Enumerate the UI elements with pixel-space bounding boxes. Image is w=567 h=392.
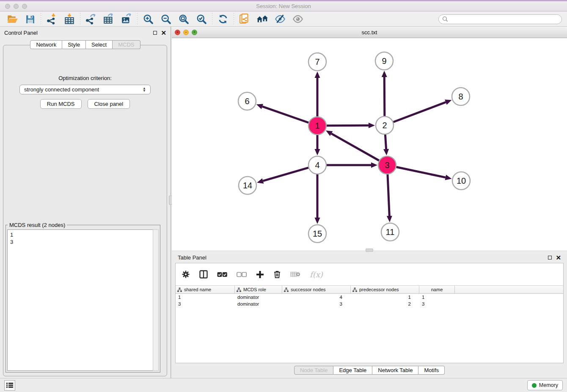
graph-edge[interactable] bbox=[385, 135, 386, 149]
network-zoom-button[interactable]: + bbox=[192, 30, 197, 35]
memory-label: Memory bbox=[539, 382, 558, 388]
horizontal-split-handle[interactable] bbox=[366, 248, 373, 252]
tab-edge-table[interactable]: Edge Table bbox=[333, 366, 372, 375]
zoom-in-icon[interactable] bbox=[139, 12, 157, 26]
cell-shared-name[interactable]: 3 bbox=[176, 301, 235, 307]
column-header-successor-nodes[interactable]: successor nodes bbox=[282, 286, 351, 293]
table-panel-title: Table Panel bbox=[178, 254, 206, 261]
network-minimize-button[interactable]: − bbox=[183, 30, 189, 35]
graph-edge-arrowhead bbox=[369, 123, 375, 128]
mcds-result-item[interactable]: 1 bbox=[10, 231, 150, 238]
new-network-from-selection-icon[interactable] bbox=[236, 12, 253, 26]
hide-selected-icon[interactable] bbox=[271, 12, 289, 26]
toolbar-separator bbox=[137, 13, 138, 25]
tab-select[interactable]: Select bbox=[86, 40, 113, 49]
control-panel: Control Panel ✕ Network Style Select MCD… bbox=[0, 27, 171, 378]
cell-predecessor-nodes[interactable]: 1 bbox=[351, 294, 419, 301]
optimization-criterion-label: Optimization criterion: bbox=[3, 75, 167, 81]
column-layout-icon[interactable] bbox=[199, 270, 208, 279]
first-neighbors-icon[interactable] bbox=[253, 12, 271, 26]
tab-node-table[interactable]: Node Table bbox=[294, 366, 334, 375]
memory-button[interactable]: Memory bbox=[527, 380, 563, 390]
close-table-panel-icon[interactable]: ✕ bbox=[556, 256, 561, 259]
zoom-fit-icon[interactable] bbox=[175, 12, 193, 26]
export-table-icon[interactable] bbox=[100, 12, 118, 26]
cell-name[interactable]: 1 bbox=[419, 294, 455, 301]
mcds-result-box: MCDS result (2 nodes) 1 3 bbox=[6, 225, 160, 373]
show-all-icon[interactable] bbox=[289, 12, 307, 26]
graph-edge[interactable] bbox=[396, 167, 446, 178]
run-mcds-button[interactable]: Run MCDS bbox=[40, 99, 82, 109]
close-panel-icon[interactable]: ✕ bbox=[161, 31, 166, 35]
graph-edge-arrowhead bbox=[315, 72, 320, 78]
graph-edge-arrowhead bbox=[315, 149, 320, 155]
mcds-result-item[interactable]: 3 bbox=[10, 238, 150, 246]
minimize-window-button[interactable] bbox=[14, 4, 19, 9]
window-controls[interactable] bbox=[5, 4, 27, 9]
select-all-columns-icon[interactable] bbox=[217, 272, 227, 277]
column-header-predecessor-nodes[interactable]: predecessor nodes bbox=[351, 286, 419, 293]
float-table-panel-icon[interactable] bbox=[548, 256, 552, 259]
tab-network[interactable]: Network bbox=[30, 40, 62, 49]
save-session-icon[interactable] bbox=[21, 12, 39, 26]
network-canvas[interactable]: 7968124314101511 bbox=[172, 38, 567, 251]
mcds-result-list[interactable]: 1 3 bbox=[7, 229, 153, 371]
result-scrollbar[interactable] bbox=[153, 229, 159, 371]
cell-successor-nodes[interactable]: 3 bbox=[282, 301, 351, 307]
column-header-mcds-role[interactable]: MCDS role bbox=[235, 286, 282, 293]
column-header-shared-name[interactable]: shared name bbox=[176, 286, 235, 293]
cell-mcds-role[interactable]: dominator bbox=[235, 294, 282, 301]
network-window-titlebar[interactable]: × − + scc.txt bbox=[172, 27, 567, 38]
cell-shared-name[interactable]: 1 bbox=[176, 294, 235, 301]
export-network-icon[interactable] bbox=[82, 12, 100, 26]
add-row-icon[interactable] bbox=[256, 271, 264, 279]
network-close-button[interactable]: × bbox=[175, 30, 180, 35]
node-table: shared name MCDS role successor nodes pr… bbox=[176, 285, 563, 307]
cell-successor-nodes[interactable]: 4 bbox=[282, 294, 351, 301]
table-panel: Table Panel ✕ bbox=[172, 252, 567, 378]
graph-node-label: 11 bbox=[386, 227, 395, 237]
graph-edge[interactable] bbox=[384, 77, 385, 116]
close-window-button[interactable] bbox=[5, 4, 10, 9]
zoom-out-icon[interactable] bbox=[157, 12, 175, 26]
tab-network-table[interactable]: Network Table bbox=[372, 366, 418, 375]
task-history-button[interactable] bbox=[4, 380, 15, 391]
cell-name[interactable]: 3 bbox=[419, 301, 455, 307]
float-panel-icon[interactable] bbox=[153, 31, 157, 35]
graph-edge[interactable] bbox=[388, 174, 389, 216]
cell-mcds-role[interactable]: dominator bbox=[235, 301, 282, 307]
delete-row-icon[interactable] bbox=[273, 270, 281, 279]
graph-edge-arrowhead bbox=[257, 178, 264, 183]
import-network-icon[interactable] bbox=[43, 12, 61, 26]
delete-column-icon[interactable] bbox=[290, 271, 300, 278]
maximize-window-button[interactable] bbox=[22, 4, 27, 9]
list-icon bbox=[6, 382, 13, 388]
column-header-name[interactable]: name bbox=[419, 286, 455, 293]
search-box[interactable] bbox=[438, 14, 562, 24]
graph-edge[interactable] bbox=[331, 134, 379, 161]
export-image-icon[interactable] bbox=[118, 12, 135, 26]
tab-motifs[interactable]: Motifs bbox=[418, 366, 445, 375]
graph-edge[interactable] bbox=[262, 107, 308, 123]
table-row[interactable]: 1 dominator 4 1 1 bbox=[176, 294, 563, 301]
open-session-icon[interactable] bbox=[3, 12, 21, 26]
function-builder-icon[interactable]: f(x) bbox=[310, 270, 323, 279]
search-input[interactable] bbox=[450, 16, 558, 22]
graph-edge[interactable] bbox=[327, 125, 369, 126]
graph-node-label: 1 bbox=[315, 121, 319, 130]
graph-edge[interactable] bbox=[263, 168, 308, 181]
cell-predecessor-nodes[interactable]: 2 bbox=[351, 301, 419, 307]
zoom-selected-icon[interactable] bbox=[193, 12, 210, 26]
refresh-icon[interactable] bbox=[214, 12, 232, 26]
tab-style[interactable]: Style bbox=[62, 40, 86, 49]
control-panel-title: Control Panel bbox=[4, 30, 38, 36]
settings-gear-icon[interactable] bbox=[182, 270, 190, 279]
table-row[interactable]: 3 dominator 3 2 3 bbox=[176, 301, 563, 307]
deselect-all-columns-icon[interactable] bbox=[237, 272, 247, 277]
toolbar-separator bbox=[234, 13, 234, 25]
criterion-dropdown[interactable]: strongly connected component ▲▼ bbox=[19, 85, 151, 94]
import-table-icon[interactable] bbox=[61, 12, 78, 26]
close-panel-button[interactable]: Close panel bbox=[88, 99, 130, 109]
graph-edge[interactable] bbox=[394, 102, 446, 122]
tab-mcds[interactable]: MCDS bbox=[113, 40, 140, 49]
